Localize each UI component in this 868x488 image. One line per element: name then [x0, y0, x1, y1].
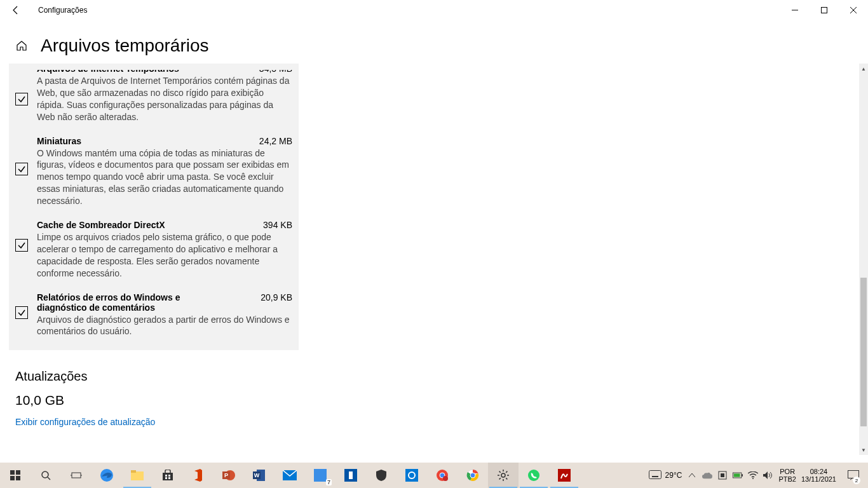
item-size: 394 KB [263, 220, 292, 230]
list-item: Miniaturas 24,2 MB O Windows mantém uma … [15, 130, 292, 214]
content-area: Arquivos de Internet Temporários 34,5 MB… [0, 64, 868, 428]
mail-icon[interactable] [275, 463, 305, 488]
scroll-down-icon[interactable]: ▼ [861, 445, 866, 455]
volume-icon[interactable] [763, 470, 773, 480]
item-name: Relatórios de erros do Windows e diagnós… [37, 292, 227, 313]
maximize-button[interactable] [810, 0, 839, 20]
checkmark-icon [17, 95, 26, 104]
svg-rect-30 [349, 471, 353, 479]
checkmark-icon [17, 241, 26, 250]
tray-icon[interactable] [717, 470, 728, 480]
notifications-button[interactable]: 2 [841, 463, 865, 488]
taskbar-app-icon[interactable] [336, 463, 366, 488]
svg-rect-28 [314, 469, 327, 482]
app-badge: 7 [326, 479, 332, 485]
acrobat-icon[interactable] [549, 463, 580, 488]
back-button[interactable] [11, 6, 20, 15]
svg-rect-15 [131, 470, 136, 473]
settings-icon[interactable] [488, 463, 519, 488]
temp-files-panel: Arquivos de Internet Temporários 34,5 MB… [9, 64, 299, 350]
svg-text:P: P [224, 472, 228, 478]
checkmark-icon [17, 165, 26, 173]
task-view-button[interactable] [61, 463, 92, 488]
page-title: Arquivos temporários [41, 36, 209, 56]
powerpoint-icon[interactable]: P [214, 463, 244, 488]
item-size: 20,9 KB [261, 292, 292, 302]
item-name: Arquivos de Internet Temporários [37, 70, 179, 74]
keyboard-icon [649, 470, 661, 480]
svg-rect-31 [405, 469, 418, 482]
checkbox[interactable] [15, 239, 28, 252]
svg-rect-1 [822, 8, 827, 13]
language-indicator[interactable]: POR PTB2 [778, 468, 796, 483]
vertical-scrollbar[interactable]: ▲ ▼ [859, 64, 868, 455]
item-description: A pasta de Arquivos de Internet Temporár… [37, 75, 292, 123]
whatsapp-icon[interactable] [519, 463, 549, 488]
battery-icon[interactable] [733, 470, 743, 480]
svg-point-38 [470, 473, 475, 478]
taskbar-app-icon[interactable]: 7 [305, 463, 336, 488]
svg-rect-18 [168, 475, 170, 477]
item-size: 24,2 MB [259, 136, 292, 146]
taskbar: P W 7 [0, 463, 868, 488]
list-item: Arquivos de Internet Temporários 34,5 MB… [15, 64, 292, 130]
chrome-icon[interactable] [427, 463, 458, 488]
svg-rect-16 [163, 473, 173, 480]
clock[interactable]: 08:24 13/11/2021 [801, 468, 836, 483]
window-title: Configurações [38, 6, 87, 15]
onedrive-icon[interactable] [702, 470, 712, 480]
search-button[interactable] [31, 463, 61, 488]
office-icon[interactable] [183, 463, 214, 488]
svg-rect-17 [165, 475, 167, 477]
word-icon[interactable]: W [244, 463, 275, 488]
store-icon[interactable] [153, 463, 183, 488]
security-icon[interactable] [366, 463, 397, 488]
updates-settings-link[interactable]: Exibir configurações de atualização [15, 417, 155, 427]
item-size: 34,5 MB [259, 70, 292, 74]
svg-rect-51 [742, 474, 743, 477]
svg-rect-5 [16, 470, 20, 475]
item-name: Miniaturas [37, 136, 81, 146]
svg-point-39 [501, 473, 505, 477]
start-button[interactable] [0, 463, 31, 488]
file-explorer-icon[interactable] [122, 463, 153, 488]
svg-point-53 [752, 478, 754, 479]
minimize-button[interactable] [780, 0, 810, 20]
checkbox[interactable] [15, 306, 28, 319]
svg-rect-4 [10, 470, 15, 475]
svg-point-40 [528, 470, 539, 481]
edge-icon[interactable] [92, 463, 122, 488]
checkmark-icon [17, 308, 26, 317]
title-bar: Configurações [0, 0, 868, 20]
system-tray [687, 470, 773, 480]
checkbox[interactable] [15, 163, 28, 175]
item-name: Cache de Sombreador DirectX [37, 220, 165, 230]
item-description: Arquivos de diagnóstico gerados a partir… [37, 314, 292, 338]
item-description: O Windows mantém uma cópia de todas as m… [37, 147, 292, 207]
list-item: Relatórios de erros do Windows e diagnós… [15, 286, 292, 344]
svg-rect-20 [168, 477, 170, 479]
svg-point-36 [443, 476, 448, 481]
checkbox[interactable] [15, 93, 28, 105]
svg-rect-14 [131, 471, 144, 480]
svg-rect-19 [165, 477, 167, 479]
list-item: Cache de Sombreador DirectX 394 KB Limpe… [15, 214, 292, 286]
updates-size: 10,0 GB [15, 393, 853, 408]
svg-rect-10 [72, 473, 81, 478]
svg-rect-7 [16, 476, 20, 480]
home-icon[interactable] [15, 39, 28, 52]
scroll-thumb[interactable] [860, 278, 867, 426]
chevron-up-icon[interactable] [687, 470, 697, 480]
chrome-icon[interactable] [458, 463, 488, 488]
svg-text:W: W [254, 472, 260, 478]
svg-rect-52 [734, 473, 740, 477]
page-header: Arquivos temporários [0, 20, 868, 64]
svg-point-8 [42, 471, 48, 478]
svg-line-9 [48, 477, 50, 480]
weather-widget[interactable]: 29°C [649, 470, 682, 480]
item-description: Limpe os arquivos criados pelo sistema g… [37, 231, 292, 280]
scroll-up-icon[interactable]: ▲ [861, 64, 866, 74]
taskbar-app-icon[interactable] [397, 463, 427, 488]
wifi-icon[interactable] [748, 470, 758, 480]
close-button[interactable] [839, 0, 868, 20]
